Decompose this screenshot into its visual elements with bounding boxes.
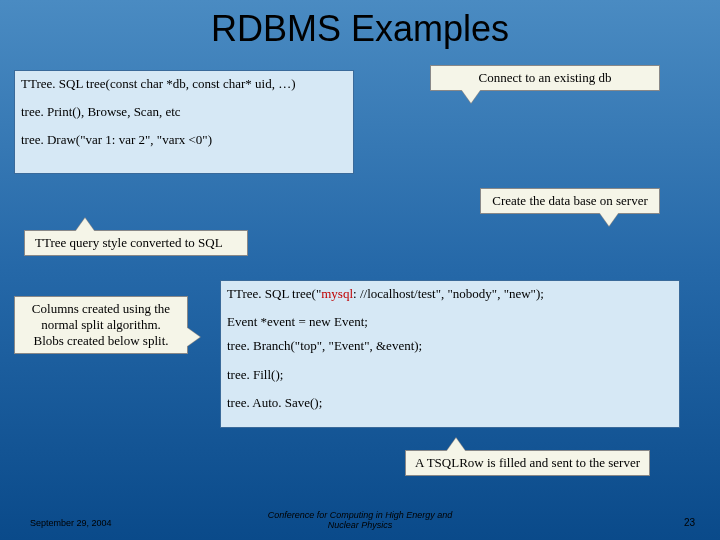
code-line: tree. Print(), Browse, Scan, etc [21,103,347,121]
code-line: tree. Draw("var 1: var 2", "varx <0") [21,131,347,149]
code-line: tree. Auto. Save(); [227,394,673,412]
callout-connect-db: Connect to an existing db [430,65,660,91]
code-box-2: TTree. SQL tree("mysql: //localhost/test… [220,280,680,428]
footer-page-number: 23 [684,517,695,528]
callout-tsqlrow: A TSQLRow is filled and sent to the serv… [405,450,650,476]
code-line: tree. Branch("top", "Event", &event); [227,337,673,355]
slide-title: RDBMS Examples [0,0,720,50]
code-line: tree. Fill(); [227,366,673,384]
code-box-1: TTree. SQL tree(const char *db, const ch… [14,70,354,174]
callout-create-db: Create the data base on server [480,188,660,214]
callout-ttree-query: TTree query style converted to SQL [24,230,248,256]
callout-columns: Columns created using the normal split a… [14,296,188,354]
code-mysql: mysql [321,286,353,301]
code-text: : //localhost/test", "nobody", "new"); [353,286,544,301]
code-line: Event *event = new Event; [227,313,673,331]
callout-text: Create the data base on server [492,193,648,208]
footer-conference: Conference for Computing in High Energy … [0,510,720,530]
code-text: TTree. SQL tree(" [227,286,321,301]
code-line: TTree. SQL tree("mysql: //localhost/test… [227,285,673,303]
code-line: TTree. SQL tree(const char *db, const ch… [21,75,347,93]
footer-text: Conference for Computing in High Energy … [268,510,453,530]
